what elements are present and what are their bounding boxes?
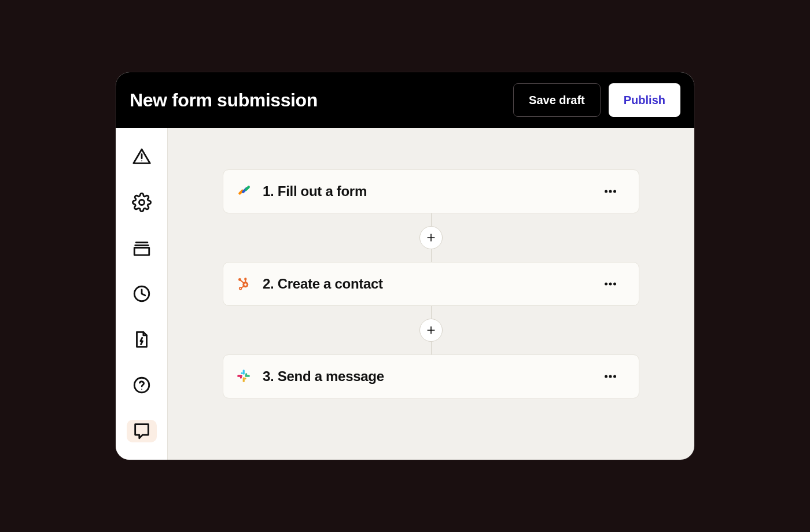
svg-point-27 <box>613 283 616 286</box>
workflow-canvas: 1. Fill out a form <box>168 128 694 460</box>
svg-point-35 <box>609 375 612 378</box>
svg-point-36 <box>613 375 616 378</box>
sidebar-item-warnings[interactable] <box>127 145 157 168</box>
svg-rect-33 <box>237 375 242 377</box>
chat-icon <box>132 421 152 441</box>
workflow-editor-window: New form submission Save draft Publish <box>116 72 694 460</box>
jotform-app-icon <box>236 183 252 200</box>
add-step-button[interactable] <box>419 319 443 342</box>
more-horizontal-icon <box>602 183 619 200</box>
sidebar-item-versions[interactable] <box>127 237 157 259</box>
step-more-button[interactable] <box>598 364 623 389</box>
connector-line <box>431 342 432 354</box>
save-draft-button[interactable]: Save draft <box>513 83 601 117</box>
svg-line-24 <box>241 286 244 287</box>
hubspot-app-icon <box>236 276 252 292</box>
svg-rect-31 <box>245 375 250 377</box>
svg-point-26 <box>609 283 612 286</box>
more-horizontal-icon <box>602 368 619 385</box>
slack-app-icon <box>236 368 252 385</box>
svg-point-34 <box>605 375 608 378</box>
more-horizontal-icon <box>602 275 619 293</box>
page-title: New form submission <box>130 90 505 111</box>
sidebar-item-history[interactable] <box>127 282 157 305</box>
connector-line <box>431 213 432 226</box>
svg-point-21 <box>240 287 242 290</box>
sidebar-item-power[interactable] <box>127 328 157 351</box>
add-step-button[interactable] <box>419 226 443 249</box>
editor-body: 1. Fill out a form <box>116 128 694 460</box>
step-card[interactable]: 3. Send a message <box>223 354 639 398</box>
step-card[interactable]: 2. Create a contact <box>223 262 639 306</box>
svg-line-22 <box>241 280 245 283</box>
sidebar-item-help[interactable] <box>127 374 157 397</box>
svg-point-12 <box>605 190 608 193</box>
stack-icon <box>132 238 152 258</box>
workflow-flow: 1. Fill out a form <box>220 169 642 398</box>
connector-line <box>431 306 432 319</box>
svg-rect-5 <box>134 247 149 255</box>
svg-point-8 <box>141 389 142 390</box>
step-label: 2. Create a contact <box>263 276 588 292</box>
titlebar: New form submission Save draft Publish <box>116 72 694 128</box>
plus-icon <box>425 232 437 243</box>
svg-point-2 <box>139 200 144 205</box>
step-more-button[interactable] <box>598 272 623 296</box>
step-connector <box>419 213 443 262</box>
gear-icon <box>132 193 152 212</box>
help-icon <box>132 375 152 395</box>
step-label: 3. Send a message <box>263 368 588 385</box>
svg-rect-32 <box>243 377 245 382</box>
publish-button[interactable]: Publish <box>609 83 680 117</box>
svg-point-1 <box>141 160 142 161</box>
step-label: 1. Fill out a form <box>263 183 588 200</box>
step-connector <box>419 306 443 354</box>
step-more-button[interactable] <box>598 179 623 204</box>
sidebar <box>116 128 168 460</box>
svg-point-20 <box>244 283 246 286</box>
file-bolt-icon <box>132 330 152 349</box>
svg-point-14 <box>613 190 616 193</box>
warning-icon <box>132 147 152 167</box>
sidebar-item-settings[interactable] <box>127 191 157 213</box>
connector-line <box>431 249 432 262</box>
svg-point-13 <box>609 190 612 193</box>
plus-icon <box>425 324 437 336</box>
clock-icon <box>132 284 152 304</box>
svg-rect-30 <box>243 370 245 375</box>
svg-point-25 <box>605 283 608 286</box>
step-card[interactable]: 1. Fill out a form <box>223 169 639 213</box>
sidebar-item-comments[interactable] <box>127 420 157 442</box>
